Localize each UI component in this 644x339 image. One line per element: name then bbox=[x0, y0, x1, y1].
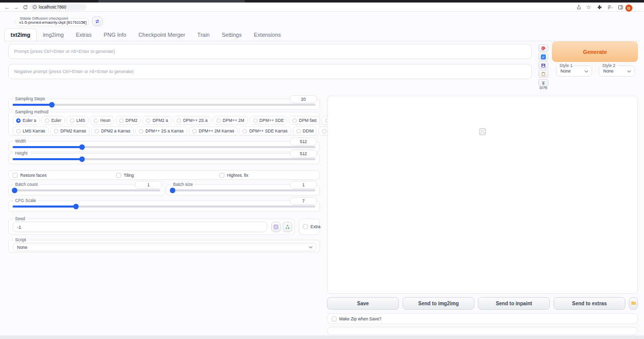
radio-icon bbox=[45, 118, 49, 123]
sampler-option-label: DPM++ 2S a bbox=[183, 118, 208, 123]
sampler-option-dpm2-a-karras[interactable]: DPM2 a Karras bbox=[91, 126, 134, 135]
width-group: Width 512 bbox=[8, 141, 320, 152]
script-value: None bbox=[17, 245, 27, 250]
send-to-extras-button[interactable]: Send to extras bbox=[553, 297, 625, 310]
batch-size-slider[interactable] bbox=[171, 189, 315, 191]
forward-icon[interactable]: → bbox=[12, 3, 20, 12]
batch-count-slider[interactable] bbox=[13, 189, 160, 191]
radio-icon bbox=[322, 129, 327, 133]
save-style-button[interactable] bbox=[538, 61, 548, 69]
seed-input[interactable] bbox=[13, 222, 267, 232]
bookmark-star-icon[interactable]: ☆ bbox=[585, 4, 592, 10]
sampler-option-dpm2-a[interactable]: DPM2 a bbox=[142, 116, 172, 125]
tab-extensions[interactable]: Extensions bbox=[248, 29, 287, 41]
tab-png-info[interactable]: PNG Info bbox=[98, 29, 132, 41]
reading-list-icon[interactable] bbox=[606, 4, 613, 10]
sampling-steps-slider[interactable] bbox=[13, 104, 315, 106]
sampler-option-label: DPM2 Karras bbox=[60, 128, 86, 133]
sampler-option-euler-a[interactable]: Euler a bbox=[13, 116, 40, 125]
radio-icon bbox=[243, 129, 247, 133]
restore-faces-checkbox[interactable]: Restore faces bbox=[13, 173, 46, 178]
cfg-scale-slider[interactable] bbox=[13, 206, 315, 208]
tab-extras[interactable]: Extras bbox=[70, 29, 98, 41]
tiling-checkbox[interactable]: Tiling bbox=[116, 173, 134, 178]
token-counter: 0/75 bbox=[537, 86, 549, 90]
radio-icon bbox=[177, 118, 181, 123]
radio-icon bbox=[16, 129, 21, 133]
apply-style-icon bbox=[541, 70, 546, 79]
tab-train[interactable]: Train bbox=[191, 29, 216, 41]
generate-button[interactable]: Generate bbox=[552, 41, 638, 62]
extra-checkbox[interactable]: Extra bbox=[303, 224, 320, 229]
cfg-scale-label: CFG Scale bbox=[13, 198, 38, 204]
radio-icon bbox=[54, 129, 58, 133]
batch-size-value[interactable]: 1 bbox=[290, 181, 317, 189]
checkpoint-select[interactable]: Stable Diffusion checkpoint v1-5-pruned-… bbox=[15, 18, 89, 26]
roll-artist-button[interactable] bbox=[538, 44, 548, 52]
sampler-option-lms-karras[interactable]: LMS Karras bbox=[13, 126, 49, 135]
save-button[interactable]: Save bbox=[327, 297, 399, 310]
sampler-option-dpm-sde[interactable]: DPM++ SDE bbox=[250, 116, 288, 125]
tab-settings[interactable]: Settings bbox=[216, 29, 248, 41]
address-bar[interactable]: i localhost:7860 bbox=[29, 4, 87, 11]
width-slider[interactable] bbox=[13, 146, 315, 148]
style1-select[interactable]: Style 1 None bbox=[556, 65, 592, 77]
checkbox-icon bbox=[332, 316, 337, 321]
sampler-option-euler[interactable]: Euler bbox=[41, 116, 65, 125]
site-info-icon[interactable]: i bbox=[33, 5, 37, 9]
sampler-option-dpm-2s-a[interactable]: DPM++ 2S a bbox=[173, 116, 211, 125]
height-value[interactable]: 512 bbox=[290, 150, 317, 158]
recycle-icon bbox=[285, 223, 290, 232]
radio-icon bbox=[192, 129, 197, 133]
sampler-option-dpm2[interactable]: DPM2 bbox=[116, 116, 141, 125]
tab-txt2img[interactable]: txt2img bbox=[4, 28, 37, 42]
sampling-method-group: Sampling method Euler aEulerLMSHeunDPM2D… bbox=[8, 112, 320, 135]
script-select[interactable]: None bbox=[13, 243, 316, 251]
extensions-puzzle-icon[interactable] bbox=[596, 4, 603, 10]
send-to-inpaint-button[interactable]: Send to inpaint bbox=[478, 297, 550, 310]
paste-generation-params-button[interactable]: ↙ bbox=[538, 53, 548, 60]
reuse-seed-button[interactable] bbox=[283, 222, 292, 232]
sampler-option-dpm2-karras[interactable]: DPM2 Karras bbox=[50, 126, 90, 135]
sampler-option-heun[interactable]: Heun bbox=[90, 116, 114, 125]
share-icon[interactable] bbox=[575, 4, 582, 10]
apply-style-button[interactable] bbox=[538, 70, 548, 78]
batch-size-label: Batch size bbox=[171, 182, 195, 187]
send-to-img2img-button[interactable]: Send to img2img bbox=[403, 297, 474, 310]
refresh-checkpoints-button[interactable] bbox=[92, 17, 103, 26]
side-panel-icon[interactable] bbox=[617, 4, 624, 10]
sampler-option-dpm-sde-karras[interactable]: DPM++ SDE Karras bbox=[239, 126, 291, 135]
checkpoint-value: v1-5-pruned-emaonly.ckpt [81761151] bbox=[19, 20, 87, 25]
tab-bar: txt2img img2img Extras PNG Info Checkpoi… bbox=[4, 30, 287, 41]
tab-img2img[interactable]: img2img bbox=[37, 29, 70, 41]
profile-avatar[interactable]: D bbox=[625, 5, 632, 12]
sampler-option-dpm-2m-karras[interactable]: DPM++ 2M Karras bbox=[189, 126, 237, 135]
checkbox-icon bbox=[116, 173, 121, 178]
style2-select[interactable]: Style 2 None bbox=[599, 65, 635, 77]
prompt-input[interactable] bbox=[8, 44, 532, 59]
sampler-option-label: DPM2 a Karras bbox=[101, 128, 130, 133]
height-slider[interactable] bbox=[13, 158, 315, 160]
sampler-option-lms[interactable]: LMS bbox=[66, 116, 89, 125]
sampler-option-dpm-fast[interactable]: DPM fast bbox=[289, 116, 320, 125]
radio-icon bbox=[70, 118, 74, 123]
sampler-option-dpm-2m[interactable]: DPM++ 2M bbox=[213, 116, 248, 125]
batch-count-value[interactable]: 1 bbox=[135, 181, 162, 189]
sampling-steps-value[interactable]: 20 bbox=[290, 95, 317, 103]
highres-fix-checkbox[interactable]: Highres. fix bbox=[219, 173, 249, 178]
radio-icon bbox=[253, 118, 258, 123]
output-gallery bbox=[327, 96, 638, 294]
back-icon[interactable]: ← bbox=[3, 3, 11, 12]
make-zip-checkbox[interactable]: Make Zip when Save? bbox=[332, 316, 381, 321]
tab-checkpoint-merger[interactable]: Checkpoint Merger bbox=[132, 29, 191, 41]
negative-prompt-input[interactable] bbox=[8, 64, 532, 79]
width-value[interactable]: 512 bbox=[290, 138, 317, 146]
style2-value: None bbox=[603, 69, 613, 74]
cfg-scale-value[interactable]: 7 bbox=[290, 197, 317, 205]
sampler-option-dpm-2s-a-karras[interactable]: DPM++ 2S a Karras bbox=[135, 126, 187, 135]
random-seed-button[interactable] bbox=[271, 222, 281, 232]
sampler-option-label: DPM++ SDE Karras bbox=[249, 128, 287, 133]
sampler-option-ddim[interactable]: DDIM bbox=[293, 126, 317, 135]
open-output-folder-button[interactable] bbox=[629, 297, 638, 310]
refresh-page-icon[interactable] bbox=[22, 4, 29, 10]
